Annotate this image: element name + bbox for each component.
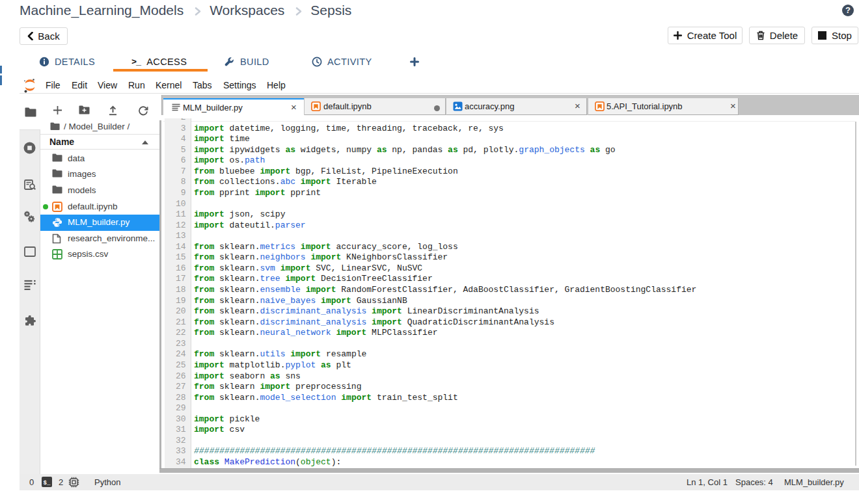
svg-text:$_: $_ [44, 480, 51, 486]
